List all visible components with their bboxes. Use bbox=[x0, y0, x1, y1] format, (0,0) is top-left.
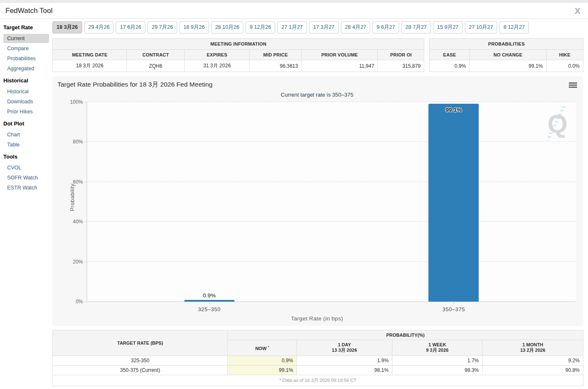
tab-meeting-1[interactable]: 29 4月26 bbox=[84, 21, 114, 33]
x-tick bbox=[209, 302, 210, 305]
bar-group-325-350: 0.9% 325–350 bbox=[87, 102, 332, 302]
meeting-date-tabs: 18 3月26 29 4月26 17 6月26 29 7月26 16 9月26 … bbox=[52, 21, 583, 33]
col-1-day: 1 DAY13 3月 2026 bbox=[297, 340, 392, 356]
meeting-date-value: 18 3月 2026 bbox=[53, 60, 127, 72]
probability-group-header: PROBABILITY(%) bbox=[228, 330, 583, 340]
table-row-350-375: 350-375 (Current) 99.1% 98.1% 98.3% 90.8… bbox=[53, 366, 583, 375]
y-tick-label: 100% bbox=[70, 99, 83, 105]
sidebar-item-chart[interactable]: Chart bbox=[3, 130, 49, 139]
probabilities-title: PROBABILITIES bbox=[430, 38, 583, 50]
chart-card: Target Rate Probabilities for 18 3月 2026… bbox=[52, 76, 583, 326]
col-expires: EXPIRES bbox=[184, 50, 249, 60]
tab-meeting-11[interactable]: 28 7月27 bbox=[401, 21, 431, 33]
sidebar-section-target-rate: Target Rate bbox=[3, 24, 49, 31]
sidebar: Target Rate Current Compare Probabilitie… bbox=[3, 21, 49, 389]
footnote-asterisk: * bbox=[268, 345, 269, 349]
tab-meeting-12[interactable]: 15 9月27 bbox=[433, 21, 463, 33]
col-ease: EASE bbox=[430, 50, 469, 60]
col-mid-price: MID PRICE bbox=[250, 50, 302, 60]
close-icon[interactable]: X bbox=[575, 6, 580, 15]
sidebar-section-dot-plot: Dot Plot bbox=[3, 120, 49, 127]
bar-group-350-375: 99.1% 350–375 bbox=[332, 102, 576, 302]
tab-meeting-5[interactable]: 28 10月26 bbox=[211, 21, 244, 33]
day-cell: 1.9% bbox=[297, 356, 392, 366]
top-strip bbox=[0, 0, 588, 3]
x-axis-title: Target Rate (in bps) bbox=[57, 315, 578, 322]
hike-value: 0.0% bbox=[546, 60, 583, 72]
col-1-week: 1 WEEK9 3月 2026 bbox=[392, 340, 482, 356]
x-tick bbox=[454, 302, 454, 305]
y-tick-label: 20% bbox=[73, 259, 83, 265]
bar-value-label: 99.1% bbox=[446, 107, 462, 113]
ease-value: 0.9% bbox=[430, 60, 469, 72]
x-category-label: 350–375 bbox=[442, 306, 465, 312]
prior-oi-value: 315,879 bbox=[378, 60, 424, 72]
week-cell: 98.3% bbox=[392, 366, 482, 375]
mid-price-value: 96.3613 bbox=[250, 60, 302, 72]
probabilities-summary-table: PROBABILITIES EASE NO CHANGE HIKE 0.9% 9… bbox=[429, 38, 583, 72]
col-1-month: 1 MONTH13 2月 2026 bbox=[482, 340, 583, 356]
sidebar-item-compare[interactable]: Compare bbox=[3, 44, 49, 53]
meeting-info-title: MEETING INFORMATION bbox=[53, 38, 424, 50]
sidebar-item-historical[interactable]: Historical bbox=[3, 87, 49, 96]
prior-volume-value: 11,947 bbox=[302, 60, 378, 72]
col-contract: CONTRACT bbox=[127, 50, 185, 60]
y-axis-title: Probability bbox=[69, 184, 75, 211]
sidebar-item-prior-hikes[interactable]: Prior Hikes bbox=[3, 107, 49, 116]
col-prior-oi: PRIOR OI bbox=[378, 50, 424, 60]
sidebar-section-historical: Historical bbox=[3, 77, 49, 84]
probability-history-table: TARGET RATE (BPS) PROBABILITY(%) NOW * 1… bbox=[52, 330, 583, 386]
rate-cell: 350-375 (Current) bbox=[53, 366, 228, 375]
rate-cell: 325-350 bbox=[53, 356, 228, 366]
sidebar-item-aggregated[interactable]: Aggregated bbox=[3, 64, 49, 73]
chart-plot-area: 0% 20% 40% 60% 80% 100% Q 0.9% 325–350 bbox=[87, 102, 576, 302]
page-title: FedWatch Tool bbox=[5, 7, 52, 15]
expires-value: 31 3月 2026 bbox=[184, 60, 249, 72]
bar-value-label: 0.9% bbox=[203, 292, 216, 299]
meeting-info-row: 18 3月 2026 ZQH6 31 3月 2026 96.3613 11,94… bbox=[53, 60, 424, 72]
y-tick-label: 40% bbox=[73, 219, 83, 225]
tab-meeting-10[interactable]: 9 6月27 bbox=[372, 21, 399, 33]
sidebar-item-cvol[interactable]: CVOL bbox=[3, 163, 49, 172]
tab-meeting-2[interactable]: 17 6月26 bbox=[116, 21, 145, 33]
tab-meeting-4[interactable]: 16 9月26 bbox=[179, 21, 209, 33]
tab-meeting-6[interactable]: 9 12月26 bbox=[245, 21, 275, 33]
col-no-change: NO CHANGE bbox=[469, 50, 546, 60]
col-hike: HIKE bbox=[546, 50, 583, 60]
y-tick-label: 0% bbox=[76, 299, 83, 305]
tab-meeting-14[interactable]: 8 12月27 bbox=[499, 21, 529, 33]
bar-350-375[interactable] bbox=[428, 104, 479, 302]
no-change-value: 99.1% bbox=[469, 60, 546, 72]
tab-meeting-3[interactable]: 29 7月26 bbox=[147, 21, 177, 33]
chart-subtitle: Current target rate is 350–375 bbox=[57, 92, 578, 98]
chart-title: Target Rate Probabilities for 18 3月 2026… bbox=[57, 80, 213, 89]
sidebar-section-tools: Tools bbox=[3, 154, 49, 160]
sidebar-item-probabilities[interactable]: Probabilities bbox=[3, 54, 49, 63]
tab-meeting-0[interactable]: 18 3月26 bbox=[52, 21, 82, 33]
y-tick-label: 80% bbox=[73, 139, 83, 145]
table-row-325-350: 325-350 0.9% 1.9% 1.7% 9.2% bbox=[53, 356, 583, 366]
now-cell: 0.9% bbox=[228, 356, 297, 366]
probabilities-row: 0.9% 99.1% 0.0% bbox=[430, 60, 583, 72]
tab-meeting-8[interactable]: 17 3月27 bbox=[309, 21, 339, 33]
month-cell: 9.2% bbox=[482, 356, 583, 366]
tab-meeting-7[interactable]: 27 1月27 bbox=[277, 21, 307, 33]
sidebar-item-estr-watch[interactable]: ESTR Watch bbox=[3, 183, 49, 192]
day-cell: 98.1% bbox=[297, 366, 392, 375]
col-prior-volume: PRIOR VOLUME bbox=[302, 50, 378, 60]
y-tick-label: 60% bbox=[73, 179, 83, 185]
month-cell: 90.8% bbox=[482, 366, 583, 375]
col-meeting-date: MEETING DATE bbox=[53, 50, 127, 60]
title-bar: FedWatch Tool X bbox=[0, 3, 588, 19]
chart-menu-icon[interactable] bbox=[568, 80, 578, 90]
x-category-label: 325–350 bbox=[198, 306, 221, 312]
sidebar-item-sofr-watch[interactable]: SOFR Watch bbox=[3, 173, 49, 182]
tab-meeting-9[interactable]: 28 4月27 bbox=[341, 21, 371, 33]
now-cell: 99.1% bbox=[228, 366, 297, 375]
sidebar-item-table[interactable]: Table bbox=[3, 140, 49, 149]
week-cell: 1.7% bbox=[392, 356, 482, 366]
sidebar-item-current[interactable]: Current bbox=[3, 34, 49, 43]
tab-meeting-13[interactable]: 27 10月27 bbox=[465, 21, 498, 33]
data-as-of-footnote: * Data as of 16 3月 2026 09:19:56 CT bbox=[53, 375, 583, 386]
sidebar-item-downloads[interactable]: Downloads bbox=[3, 97, 49, 106]
